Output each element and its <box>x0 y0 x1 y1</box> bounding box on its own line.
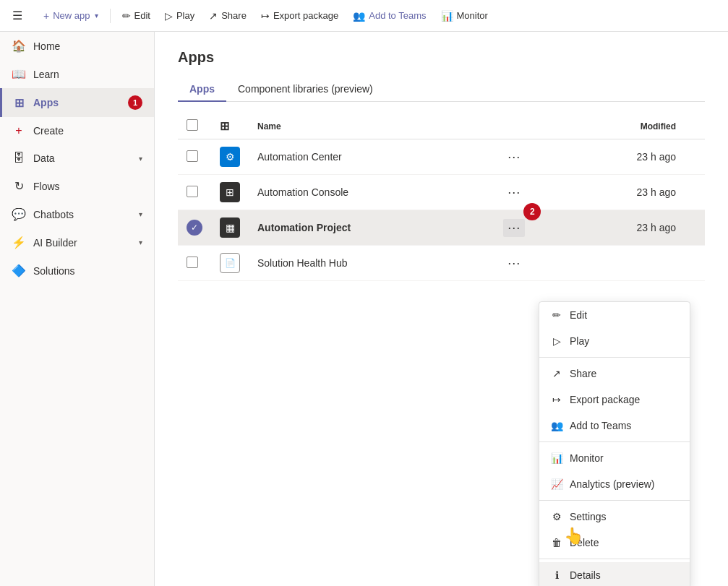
sidebar-item-home[interactable]: 🏠 Home <box>0 32 154 60</box>
row3-name-cell[interactable]: Automation Project <box>249 210 494 246</box>
row3-selected-indicator: ✓ <box>187 220 202 236</box>
sidebar-item-solutions-label: Solutions <box>33 265 75 277</box>
row1-icon-cell: ⚙ <box>211 139 249 175</box>
table-icon-header: ⊞ <box>220 120 229 132</box>
content-area: Apps Apps Component libraries (preview) <box>155 32 728 586</box>
page-title: Apps <box>178 49 705 66</box>
sidebar-item-learn[interactable]: 📖 Learn <box>0 60 154 88</box>
row1-checkbox[interactable] <box>187 150 198 162</box>
share-icon: ↗ <box>209 10 218 22</box>
sidebar-item-data-label: Data <box>33 152 55 164</box>
chatbots-icon: 💬 <box>12 207 26 221</box>
row1-dots-cell: ··· <box>494 139 534 175</box>
table-row: ⚙ Automation Center ··· 23 h ago <box>178 139 705 175</box>
row3-more-options-button[interactable]: ··· <box>503 219 525 237</box>
export-package-button[interactable]: ↦ Export package <box>255 7 344 25</box>
table-row: ⊞ Automation Console ··· 23 h ago <box>178 175 705 210</box>
row2-more-options-button[interactable]: ··· <box>503 184 525 202</box>
row4-more-options-button[interactable]: ··· <box>503 254 525 272</box>
sidebar-item-apps-label: Apps <box>33 97 59 108</box>
new-app-chevron: ▾ <box>95 12 98 20</box>
context-menu: ✏ Edit ▷ Play ↗ Share ↦ Export package <box>539 301 690 586</box>
row1-check-cell <box>178 139 211 175</box>
add-to-teams-label: Add to Teams <box>369 10 426 21</box>
row2-check-cell <box>178 175 211 210</box>
apps-badge: 1 <box>128 95 142 110</box>
context-menu-sep-3 <box>539 500 690 501</box>
context-menu-add-to-teams[interactable]: 👥 Add to Teams <box>539 413 690 439</box>
edit-label: Edit <box>134 10 150 21</box>
play-label: Play <box>176 10 194 21</box>
ai-builder-icon: ⚡ <box>12 236 26 249</box>
create-icon: + <box>12 124 26 137</box>
col-header-name: Name <box>249 113 494 139</box>
row3-app-icon: ▦ <box>220 217 240 238</box>
row4-icon-cell: 📄 <box>211 246 249 281</box>
cursor-pointer: 👆 <box>564 527 583 546</box>
row3-dots-cell: ··· 2 <box>494 210 534 246</box>
row1-modified-cell: 23 h ago <box>534 139 705 175</box>
data-chevron-icon: ▾ <box>139 155 142 163</box>
context-menu-delete[interactable]: 🗑 Delete <box>539 530 690 556</box>
row4-name-cell[interactable]: Solution Health Hub <box>249 246 494 281</box>
home-icon: 🏠 <box>12 39 26 53</box>
sidebar-item-learn-label: Learn <box>33 69 59 80</box>
hamburger-button[interactable]: ☰ <box>6 4 29 27</box>
sidebar-item-ai-builder[interactable]: ⚡ AI Builder ▾ <box>0 228 154 257</box>
monitor-icon: 📊 <box>441 10 453 22</box>
sidebar-item-data[interactable]: 🗄 Data ▾ <box>0 145 154 172</box>
play-icon: ▷ <box>165 10 173 22</box>
sidebar-item-flows-label: Flows <box>33 181 60 192</box>
col-header-check <box>178 113 211 139</box>
edit-button[interactable]: ✏ Edit <box>116 7 156 25</box>
row1-name-cell[interactable]: Automation Center <box>249 139 494 175</box>
row2-modified-cell: 23 h ago <box>534 175 705 210</box>
row4-dots-cell: ··· <box>494 246 534 281</box>
context-menu-export-package[interactable]: ↦ Export package <box>539 387 690 413</box>
edit-icon: ✏ <box>122 10 131 22</box>
sidebar-item-create-label: Create <box>33 125 64 137</box>
context-edit-icon: ✏ <box>551 309 562 321</box>
context-menu-share[interactable]: ↗ Share <box>539 361 690 387</box>
monitor-button[interactable]: 📊 Monitor <box>435 7 494 25</box>
context-menu-settings[interactable]: ⚙ Settings <box>539 504 690 530</box>
sidebar-item-apps[interactable]: ⊞ Apps 1 <box>0 88 154 117</box>
tab-component-libraries[interactable]: Component libraries (preview) <box>226 77 385 102</box>
context-menu-analytics[interactable]: 📈 Analytics (preview) <box>539 471 690 497</box>
col-header-modified: Modified <box>534 113 705 139</box>
row4-modified-cell <box>534 246 705 281</box>
row1-more-options-button[interactable]: ··· <box>503 148 525 166</box>
add-to-teams-button[interactable]: 👥 Add to Teams <box>347 7 432 25</box>
sidebar-item-chatbots-label: Chatbots <box>33 209 74 220</box>
context-delete-icon: 🗑 <box>551 537 562 548</box>
new-app-button[interactable]: + New app ▾ <box>38 7 104 25</box>
sidebar-item-chatbots[interactable]: 💬 Chatbots ▾ <box>0 200 154 228</box>
tab-apps[interactable]: Apps <box>178 77 226 102</box>
export-icon: ↦ <box>261 10 270 22</box>
row3-modified-cell: 23 h ago <box>534 210 705 246</box>
row2-name-cell[interactable]: Automation Console <box>249 175 494 210</box>
share-button[interactable]: ↗ Share <box>203 7 252 25</box>
play-button[interactable]: ▷ Play <box>159 7 200 25</box>
sidebar-item-flows[interactable]: ↻ Flows <box>0 172 154 200</box>
select-all-checkbox[interactable] <box>187 119 198 131</box>
sidebar-item-create[interactable]: + Create <box>0 117 154 145</box>
teams-icon: 👥 <box>353 10 365 22</box>
table-row: 📄 Solution Health Hub ··· <box>178 246 705 281</box>
main-layout: 🏠 Home 📖 Learn ⊞ Apps 1 + Create 🗄 Data … <box>0 32 728 586</box>
plus-icon: + <box>43 10 49 22</box>
row2-icon-cell: ⊞ <box>211 175 249 210</box>
monitor-label: Monitor <box>457 10 488 21</box>
context-teams-icon: 👥 <box>551 420 562 431</box>
context-menu-monitor[interactable]: 📊 Monitor <box>539 445 690 471</box>
flows-icon: ↻ <box>12 179 26 193</box>
sidebar-item-solutions[interactable]: 🔷 Solutions <box>0 257 154 285</box>
row3-icon-cell: ▦ <box>211 210 249 246</box>
new-app-label: New app <box>53 10 90 21</box>
context-menu-details[interactable]: ℹ Details <box>539 562 690 586</box>
context-menu-play[interactable]: ▷ Play <box>539 328 690 354</box>
toolbar: ☰ + New app ▾ ✏ Edit ▷ Play ↗ Share ↦ Ex… <box>0 0 728 32</box>
row2-checkbox[interactable] <box>187 186 198 197</box>
row4-checkbox[interactable] <box>187 257 198 268</box>
context-menu-edit[interactable]: ✏ Edit <box>539 302 690 328</box>
